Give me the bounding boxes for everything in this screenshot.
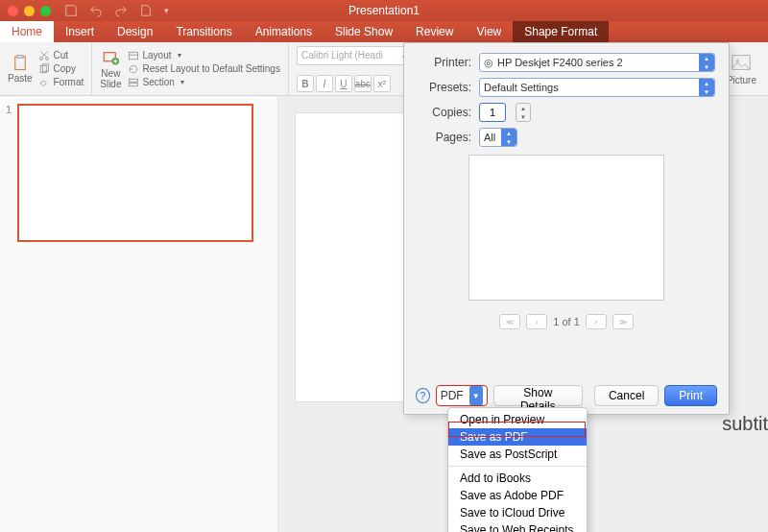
zoom-window-icon[interactable]	[40, 6, 51, 16]
window-controls	[8, 6, 51, 16]
pdf-dropdown-button[interactable]: PDF ▼	[436, 385, 488, 406]
new-slide-button[interactable]: New Slide	[100, 49, 121, 89]
section-button[interactable]: Section▾	[128, 77, 280, 88]
tab-view[interactable]: View	[465, 21, 513, 42]
svg-rect-8	[129, 52, 137, 60]
tab-transitions[interactable]: Transitions	[164, 21, 243, 42]
first-page-button[interactable]: ≪	[499, 314, 520, 329]
quick-access-toolbar: ▾	[64, 4, 169, 17]
tab-design[interactable]: Design	[106, 21, 164, 42]
svg-rect-0	[15, 57, 26, 70]
pdf-menu: Open in Preview Save as PDF Save as Post…	[447, 407, 588, 532]
print-preview	[468, 155, 664, 301]
picture-icon	[731, 52, 752, 73]
menu-save-as-pdf[interactable]: Save as PDF	[448, 428, 587, 446]
tab-animations[interactable]: Animations	[244, 21, 324, 42]
qat-dropdown-icon[interactable]: ▾	[164, 6, 169, 15]
thumb-number: 1	[6, 104, 12, 242]
presets-label: Presets:	[418, 81, 471, 94]
print-button[interactable]: Print	[664, 385, 717, 406]
bold-button[interactable]: B	[297, 75, 314, 92]
menu-add-to-ibooks[interactable]: Add to iBooks	[448, 470, 587, 487]
copy-button[interactable]: Copy	[38, 63, 84, 75]
reset-icon	[128, 63, 139, 75]
copies-stepper[interactable]: ▲▼	[516, 103, 531, 122]
presets-select[interactable]: Default Settings ▲▼	[479, 78, 715, 97]
menu-save-to-web-receipts[interactable]: Save to Web Receipts	[448, 521, 587, 532]
super-sub-button[interactable]: x²	[373, 75, 391, 92]
layout-icon	[128, 50, 139, 61]
help-button[interactable]: ?	[416, 388, 430, 403]
svg-rect-10	[129, 79, 137, 82]
slide-thumbnail-1[interactable]	[17, 104, 253, 242]
format-painter-button[interactable]: Format	[38, 77, 84, 88]
document-title: Presentation1	[348, 4, 420, 17]
svg-point-2	[39, 57, 42, 60]
font-name-combo[interactable]: Calibri Light (Headi	[297, 46, 412, 65]
picture-label: Picture	[727, 75, 756, 85]
next-page-button[interactable]: ›	[586, 314, 607, 329]
tab-slideshow[interactable]: Slide Show	[324, 21, 404, 42]
save-icon[interactable]	[64, 4, 78, 17]
subtitle-placeholder-peek: subtit	[722, 413, 768, 435]
svg-rect-1	[17, 56, 23, 59]
last-page-button[interactable]: ≫	[612, 314, 634, 329]
redo-icon[interactable]	[114, 4, 128, 17]
paste-label: Paste	[8, 73, 33, 84]
svg-point-3	[45, 57, 48, 60]
ribbon-tabs: Home Insert Design Transitions Animation…	[0, 21, 768, 42]
new-slide-icon	[102, 49, 119, 66]
page-nav: ≪ ‹ 1 of 1 › ≫	[418, 314, 715, 329]
printer-select[interactable]: ◎HP Deskjet F2400 series 2 ▲▼	[479, 53, 715, 72]
select-arrows-icon: ▲▼	[699, 54, 714, 71]
copies-label: Copies:	[418, 106, 471, 119]
page-indicator: 1 of 1	[553, 316, 580, 327]
slide-thumbnails-pane[interactable]: 1	[0, 96, 278, 532]
copies-input[interactable]	[479, 103, 506, 122]
section-icon	[128, 77, 139, 88]
undo-icon[interactable]	[89, 4, 103, 17]
title-bar: ▾ Presentation1	[0, 0, 768, 21]
new-file-icon[interactable]	[139, 4, 153, 17]
menu-save-as-postscript[interactable]: Save as PostScript	[448, 446, 587, 463]
pages-select[interactable]: All ▲▼	[479, 128, 517, 147]
menu-save-as-adobe-pdf[interactable]: Save as Adobe PDF	[448, 487, 587, 504]
menu-save-to-icloud[interactable]: Save to iCloud Drive	[448, 504, 587, 521]
tab-review[interactable]: Review	[404, 21, 465, 42]
new-slide-label: New Slide	[100, 68, 121, 89]
layout-button[interactable]: Layout▾	[128, 50, 280, 61]
printer-label: Printer:	[418, 56, 471, 69]
minimize-window-icon[interactable]	[24, 6, 35, 16]
picture-button[interactable]: Picture	[727, 52, 756, 85]
select-arrows-icon: ▲▼	[699, 79, 714, 96]
pages-label: Pages:	[418, 131, 471, 144]
copy-icon	[38, 63, 50, 75]
reset-layout-button[interactable]: Reset Layout to Default Settings	[128, 63, 280, 75]
tab-shape-format[interactable]: Shape Format	[513, 21, 609, 42]
tab-home[interactable]: Home	[0, 21, 54, 42]
brush-icon	[38, 77, 50, 88]
cancel-button[interactable]: Cancel	[594, 385, 659, 406]
chevron-down-icon: ▼	[469, 386, 483, 405]
print-dialog: Printer: ◎HP Deskjet F2400 series 2 ▲▼ P…	[403, 42, 730, 415]
select-arrows-icon: ▲▼	[501, 129, 516, 146]
cut-button[interactable]: Cut	[38, 50, 84, 61]
close-window-icon[interactable]	[8, 6, 18, 16]
strike-button[interactable]: abc	[354, 75, 372, 92]
show-details-button[interactable]: Show Details	[493, 385, 583, 406]
prev-page-button[interactable]: ‹	[526, 314, 547, 329]
tab-insert[interactable]: Insert	[54, 21, 106, 42]
svg-rect-11	[129, 83, 137, 85]
scissors-icon	[38, 50, 50, 61]
menu-open-preview[interactable]: Open in Preview	[448, 411, 587, 428]
clipboard-icon	[12, 54, 29, 71]
italic-button[interactable]: I	[316, 75, 333, 92]
underline-button[interactable]: U	[335, 75, 352, 92]
paste-button[interactable]: Paste	[8, 54, 33, 84]
